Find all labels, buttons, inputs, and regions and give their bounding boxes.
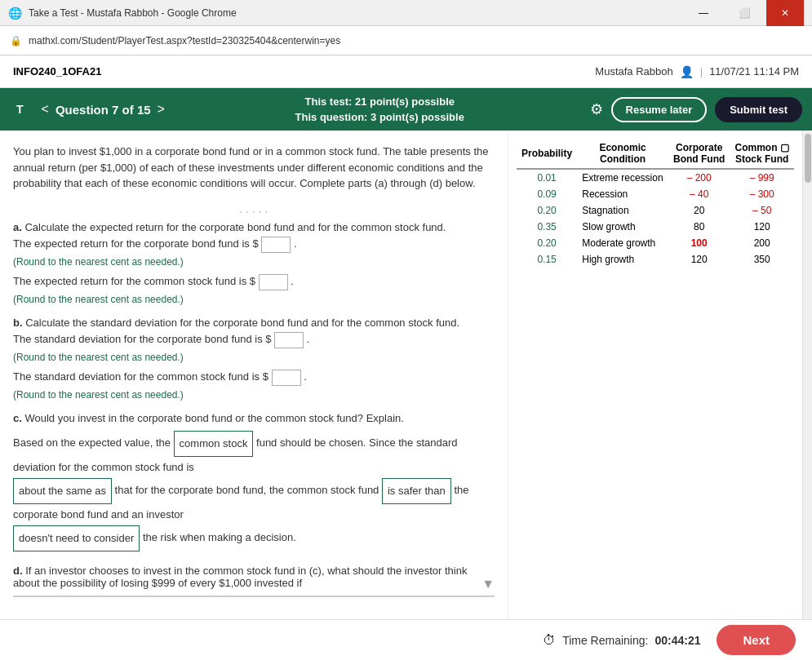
lock-icon: 🔒 — [10, 35, 22, 47]
user-info: Mustafa Rabboh 👤 | 11/07/21 11:14 PM — [595, 65, 799, 78]
nav-arrows: < Question 7 of 15 > — [37, 99, 170, 120]
next-button[interactable]: Next — [717, 625, 796, 655]
user-name: Mustafa Rabboh — [595, 65, 672, 78]
prob-cell: 0.35 — [517, 219, 577, 235]
part-a-line1: The expected return for the corporate bo… — [13, 237, 495, 253]
decision-select[interactable]: doesn't need to consider — [13, 525, 140, 551]
divider: | — [700, 65, 703, 78]
part-a-title: a. Calculate the expected return for the… — [13, 221, 495, 233]
resume-later-button[interactable]: Resume later — [611, 97, 708, 122]
bottom-bar: ⏱ Time Remaining: 00:44:21 Next — [0, 619, 812, 660]
part-a-label: a. — [13, 221, 22, 233]
content-wrapper: You plan to invest $1,000 in a corporate… — [0, 131, 812, 619]
table-body: 0.01Extreme recession– 200– 9990.09Reces… — [517, 169, 794, 268]
stock-expected-return-input[interactable] — [259, 274, 288, 290]
question-text: You plan to invest $1,000 in a corporate… — [13, 144, 495, 192]
part-b-round2: (Round to the nearest cent as needed.) — [13, 389, 495, 401]
prob-cell: 0.01 — [517, 169, 577, 186]
minimize-button[interactable]: — — [685, 0, 722, 26]
time-label: Time Remaining: — [562, 634, 648, 647]
bond-cell: – 200 — [668, 169, 730, 186]
stock-cell: – 50 — [730, 202, 794, 219]
course-title: INFO240_1OFA21 — [13, 65, 595, 78]
fund-select[interactable]: common stock — [174, 431, 254, 457]
part-c: c. Would you invest in the corporate bon… — [13, 412, 495, 551]
part-b-line1-pre: The standard deviation for the corporate… — [13, 333, 272, 345]
part-d-text: If an investor chooses to invest in the … — [13, 565, 467, 589]
datetime: 11/07/21 11:14 PM — [709, 65, 799, 78]
part-b-title: b. Calculate the standard deviation for … — [13, 317, 495, 329]
part-a-title-text: Calculate the expected return for the co… — [24, 221, 446, 233]
nav-right-buttons: ⚙ Resume later Submit test — [590, 97, 802, 122]
part-b-label: b. — [13, 317, 23, 329]
part-a-line2: The expected return for the common stock… — [13, 274, 495, 290]
t-button[interactable]: T — [10, 100, 30, 119]
stock-std-dev-input[interactable] — [272, 370, 301, 386]
safety-select[interactable]: is safer than — [382, 478, 451, 504]
part-c-label: c. — [13, 412, 22, 424]
test-info: This test: 21 point(s) possible This que… — [176, 94, 583, 126]
close-button[interactable]: ✕ — [766, 0, 804, 26]
part-b-round1: (Round to the nearest cent as needed.) — [13, 352, 495, 363]
submit-test-button[interactable]: Submit test — [715, 97, 802, 122]
condition-header: EconomicCondition — [577, 139, 668, 169]
scrollbar-thumb[interactable] — [805, 134, 811, 183]
prev-question-button[interactable]: < — [37, 99, 54, 120]
question-label: Question 7 of 15 — [55, 103, 151, 117]
part-b-line1: The standard deviation for the corporate… — [13, 332, 495, 348]
table-row: 0.01Extreme recession– 200– 999 — [517, 169, 794, 186]
drag-handle[interactable]: · · · · · — [13, 202, 495, 221]
part-a-line2-post: . — [291, 275, 294, 287]
part-b-title-text: Calculate the standard deviation for the… — [25, 317, 459, 329]
stock-cell: 350 — [730, 251, 794, 268]
part-d-label: d. — [13, 565, 23, 577]
left-panel: You plan to invest $1,000 in a corporate… — [0, 131, 508, 619]
condition-cell: High growth — [577, 251, 668, 268]
window-title: Take a Test - Mustafa Rabboh - Google Ch… — [29, 7, 685, 19]
bond-cell: 20 — [668, 202, 730, 219]
part-a-round2: (Round to the nearest cent as needed.) — [13, 294, 495, 305]
prob-cell: 0.20 — [517, 202, 577, 219]
part-a-line1-post: . — [294, 237, 297, 250]
settings-button[interactable]: ⚙ — [590, 100, 603, 118]
next-question-button[interactable]: > — [153, 99, 170, 120]
table-row: 0.09Recession– 40– 300 — [517, 186, 794, 202]
table-header: Probability EconomicCondition CorporateB… — [517, 139, 794, 169]
stock-header: Common ▢Stock Fund — [730, 139, 794, 169]
part-d: d. If an investor chooses to invest in t… — [13, 565, 495, 597]
url-text: mathxl.com/Student/PlayerTest.aspx?testI… — [29, 35, 340, 47]
prob-cell: 0.20 — [517, 235, 577, 251]
bond-cell: 120 — [668, 251, 730, 268]
title-bar: 🌐 Take a Test - Mustafa Rabboh - Google … — [0, 0, 812, 26]
comparison-select[interactable]: about the same as — [13, 478, 112, 504]
condition-cell: Stagnation — [577, 202, 668, 219]
prob-header: Probability — [517, 139, 577, 169]
part-b-line2: The standard deviation for the common st… — [13, 370, 495, 386]
address-bar: 🔒 mathxl.com/Student/PlayerTest.aspx?tes… — [0, 26, 812, 55]
economic-data-table: Probability EconomicCondition CorporateB… — [517, 139, 794, 268]
bond-cell: 100 — [668, 235, 730, 251]
bond-std-dev-input[interactable] — [274, 332, 304, 348]
scrollbar[interactable] — [802, 131, 812, 619]
stock-cell: 200 — [730, 235, 794, 251]
table-row: 0.35Slow growth80120 — [517, 219, 794, 235]
bond-expected-return-input[interactable] — [261, 237, 291, 253]
chrome-icon: 🌐 — [8, 7, 22, 20]
prob-cell: 0.09 — [517, 186, 577, 202]
condition-cell: Extreme recession — [577, 169, 668, 186]
test-points: This test: 21 point(s) possible — [176, 94, 583, 110]
maximize-button[interactable]: ⬜ — [725, 0, 763, 26]
nav-bar: T < Question 7 of 15 > This test: 21 poi… — [0, 88, 812, 131]
user-icon: 👤 — [680, 65, 694, 78]
part-a-round1: (Round to the nearest cent as needed.) — [13, 256, 495, 268]
part-b: b. Calculate the standard deviation for … — [13, 317, 495, 401]
part-a-line2-pre: The expected return for the common stock… — [13, 275, 255, 287]
bond-cell: – 40 — [668, 186, 730, 202]
table-row: 0.20Stagnation20– 50 — [517, 202, 794, 219]
table-row: 0.15High growth120350 — [517, 251, 794, 268]
part-a: a. Calculate the expected return for the… — [13, 221, 495, 305]
prob-cell: 0.15 — [517, 251, 577, 268]
part-b-line1-post: . — [307, 333, 310, 345]
part-c-title: c. Would you invest in the corporate bon… — [13, 412, 495, 424]
condition-cell: Moderate growth — [577, 235, 668, 251]
